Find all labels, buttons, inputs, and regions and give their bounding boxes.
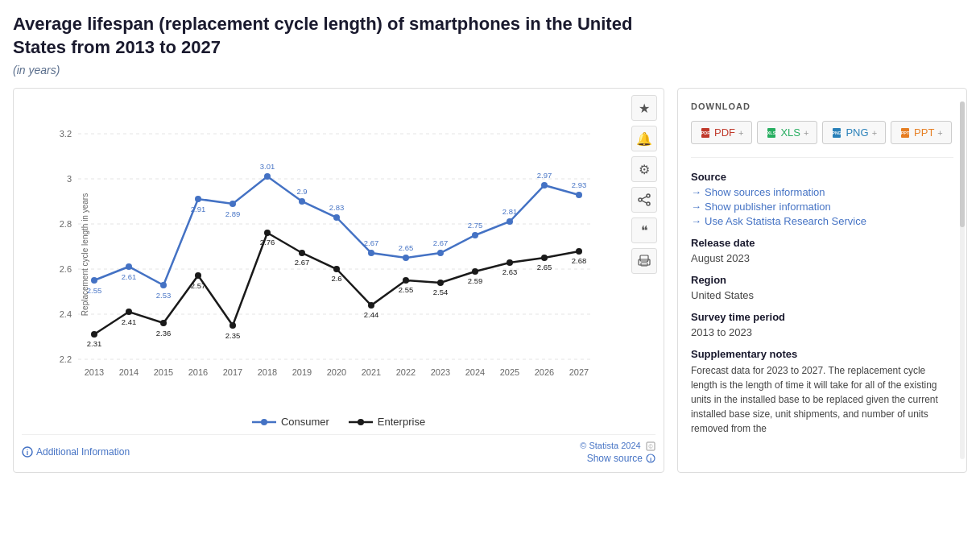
right-panel: DOWNLOAD PDF PDF + XLS XLS + PNG PNG + (677, 88, 967, 473)
svg-text:PNG: PNG (833, 130, 841, 135)
scrollbar-track (960, 102, 965, 459)
svg-text:2.89: 2.89 (225, 209, 241, 218)
consumer-dot (507, 218, 513, 225)
svg-text:2.6: 2.6 (331, 274, 341, 283)
download-section: DOWNLOAD PDF PDF + XLS XLS + PNG PNG + (691, 102, 953, 144)
svg-text:2024: 2024 (465, 367, 485, 377)
svg-text:2027: 2027 (569, 367, 589, 377)
svg-text:2.9: 2.9 (296, 187, 307, 196)
svg-text:2.65: 2.65 (399, 243, 414, 252)
svg-text:2.68: 2.68 (572, 256, 587, 265)
svg-text:2025: 2025 (500, 367, 519, 377)
svg-text:i: i (27, 449, 29, 457)
show-publisher-link[interactable]: Show publisher information (691, 201, 953, 213)
region-label: Region (691, 274, 953, 286)
svg-point-67 (261, 419, 267, 425)
svg-text:2.93: 2.93 (572, 180, 587, 189)
footer-right: © Statista 2024 © Show source i (580, 440, 655, 464)
svg-text:2.41: 2.41 (122, 317, 137, 326)
enterprise-dot (507, 259, 513, 266)
enterprise-dot (264, 230, 271, 236)
chart-area: Replacement cycle length in years 3.2 3 … (22, 102, 655, 408)
statista-credit: © Statista 2024 © (580, 440, 655, 451)
svg-text:2.67: 2.67 (433, 238, 449, 247)
enterprise-dot (472, 268, 478, 275)
enterprise-dot (91, 331, 97, 338)
svg-text:©: © (648, 444, 653, 450)
page-subtitle: (in years) (13, 64, 967, 77)
source-section: Source Show sources information Show pub… (691, 171, 953, 227)
svg-text:2.54: 2.54 (433, 288, 449, 296)
consumer-dot (403, 255, 409, 261)
svg-text:2.57: 2.57 (191, 281, 206, 290)
enterprise-dot (437, 280, 444, 286)
enterprise-dot (403, 277, 409, 284)
svg-text:2.2: 2.2 (60, 354, 72, 364)
legend-consumer-label: Consumer (281, 416, 329, 428)
svg-text:2022: 2022 (396, 367, 416, 377)
chart-legend: Consumer Enterprise (22, 416, 655, 428)
release-date-section: Release date August 2023 (691, 237, 953, 264)
svg-text:2016: 2016 (188, 367, 208, 377)
survey-value: 2013 to 2023 (691, 326, 953, 338)
show-source-link[interactable]: Show source i (587, 453, 655, 464)
show-sources-link[interactable]: Show sources information (691, 186, 953, 198)
svg-text:2.59: 2.59 (468, 276, 483, 285)
svg-text:2023: 2023 (431, 367, 450, 377)
consumer-dot (195, 196, 201, 202)
additional-info-link[interactable]: i Additional Information (22, 446, 130, 458)
enterprise-dot (195, 272, 201, 279)
svg-text:i: i (650, 456, 651, 463)
survey-label: Survey time period (691, 311, 953, 323)
consumer-dot (576, 192, 582, 198)
svg-text:2014: 2014 (119, 367, 139, 377)
supp-label: Supplementary notes (691, 348, 953, 360)
consumer-dot (437, 250, 444, 256)
download-png-button[interactable]: PNG PNG + (822, 121, 886, 144)
download-ppt-button[interactable]: PPT PPT + (891, 121, 952, 144)
svg-text:2020: 2020 (327, 367, 346, 377)
consumer-dot (160, 282, 167, 288)
svg-text:2026: 2026 (535, 367, 554, 377)
enterprise-dot (299, 250, 305, 256)
divider (691, 157, 953, 158)
svg-text:2.31: 2.31 (87, 339, 102, 348)
enterprise-dot (160, 320, 167, 326)
svg-text:PDF: PDF (701, 130, 711, 135)
consumer-dot (126, 263, 132, 270)
consumer-dot (264, 173, 271, 180)
svg-text:2.53: 2.53 (156, 291, 172, 300)
svg-text:2.97: 2.97 (537, 171, 552, 180)
scrollbar-thumb[interactable] (960, 102, 965, 226)
svg-text:2.61: 2.61 (122, 272, 137, 281)
download-pdf-button[interactable]: PDF PDF + (691, 121, 752, 144)
svg-text:2.76: 2.76 (260, 238, 275, 246)
legend-enterprise: Enterprise (349, 416, 425, 428)
svg-text:3.2: 3.2 (60, 129, 72, 139)
legend-consumer: Consumer (252, 416, 329, 428)
download-buttons: PDF PDF + XLS XLS + PNG PNG + PPT PPT (691, 121, 953, 144)
svg-text:2.4: 2.4 (60, 309, 72, 319)
ask-statista-link[interactable]: Use Ask Statista Research Service (691, 215, 953, 227)
enterprise-dot (576, 248, 582, 255)
consumer-dot (299, 198, 305, 205)
svg-text:2018: 2018 (258, 367, 277, 377)
svg-text:2021: 2021 (362, 367, 381, 377)
download-xls-button[interactable]: XLS XLS + (757, 121, 817, 144)
consumer-dot (368, 250, 374, 256)
consumer-dot (472, 232, 478, 238)
svg-text:3: 3 (67, 174, 72, 184)
consumer-dot (541, 182, 548, 188)
enterprise-dot (229, 322, 236, 329)
region-section: Region United States (691, 274, 953, 301)
main-container: ★ 🔔 ⚙ ❝ Replacement cycle length in year… (13, 88, 967, 473)
source-label: Source (691, 171, 953, 183)
svg-text:2.63: 2.63 (502, 267, 518, 276)
page-title: Average lifespan (replacement cycle leng… (13, 13, 641, 59)
release-date-value: August 2023 (691, 252, 953, 264)
chart-footer: i Additional Information © Statista 2024… (22, 434, 655, 464)
region-value: United States (691, 289, 953, 301)
consumer-dot (91, 277, 97, 284)
svg-text:2.91: 2.91 (191, 205, 206, 213)
y-axis-label: Replacement cycle length in years (81, 193, 89, 316)
